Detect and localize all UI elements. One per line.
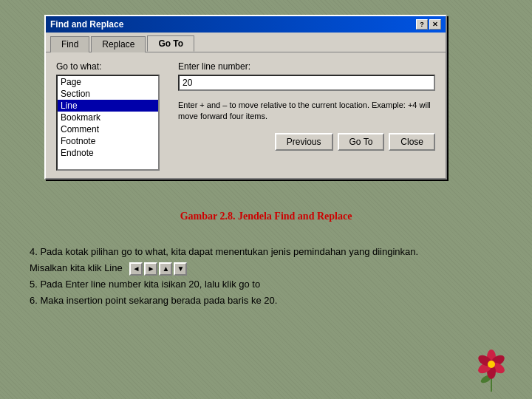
dialog-body: Go to what: Page Section Line Bookmark C… [46, 52, 446, 178]
line-number-input[interactable] [178, 75, 435, 91]
body-line-2: Misalkan kita klik Line ◄ ► ▲ ▼ [30, 260, 502, 276]
list-item-bookmark[interactable]: Bookmark [58, 112, 158, 123]
previous-button[interactable]: Previous [275, 133, 333, 151]
tab-find[interactable]: Find [50, 36, 89, 52]
tab-replace[interactable]: Replace [91, 36, 146, 52]
help-button[interactable]: ? [416, 19, 428, 30]
right-panel: Enter line number: Enter + and – to move… [178, 61, 435, 171]
tab-bar: Find Replace Go To [46, 33, 446, 52]
body-line-3: 5. Pada Enter line number kita isikan 20… [30, 276, 502, 293]
title-bar: Find and Replace ? ✕ [46, 16, 446, 33]
window-close-button[interactable]: ✕ [429, 19, 441, 30]
nav-down-arrow[interactable]: ▼ [174, 262, 187, 276]
left-panel: Go to what: Page Section Line Bookmark C… [56, 61, 163, 171]
figure-caption: Gambar 2.8. Jendela Find and Replace [0, 211, 532, 222]
title-bar-buttons: ? ✕ [416, 19, 441, 30]
goto-list[interactable]: Page Section Line Bookmark Comment Footn… [56, 75, 160, 171]
body-text: 4. Pada kotak pilihan go to what, kita d… [30, 244, 502, 309]
svg-point-8 [488, 361, 495, 368]
nav-left-arrow[interactable]: ◄ [129, 262, 143, 276]
find-replace-dialog: Find and Replace ? ✕ Find Replace Go To … [44, 15, 447, 180]
goto-button[interactable]: Go To [338, 133, 385, 151]
nav-arrows: ◄ ► ▲ ▼ [129, 262, 187, 276]
nav-up-arrow[interactable]: ▲ [159, 262, 172, 276]
tab-goto[interactable]: Go To [147, 35, 194, 52]
flower-decoration [473, 344, 510, 392]
hint-text: Enter + and – to move relative to the cu… [178, 100, 435, 123]
list-item-comment[interactable]: Comment [58, 123, 158, 135]
close-button[interactable]: Close [389, 133, 435, 151]
goto-what-label: Go to what: [56, 61, 163, 72]
flower-svg [473, 344, 510, 392]
list-item-section[interactable]: Section [58, 88, 158, 100]
body-line-1: 4. Pada kotak pilihan go to what, kita d… [30, 244, 502, 260]
list-item-page[interactable]: Page [58, 76, 158, 88]
line-number-label: Enter line number: [178, 61, 435, 72]
dialog-title: Find and Replace [50, 19, 123, 30]
button-row: Previous Go To Close [178, 133, 435, 151]
list-item-endnote[interactable]: Endnote [58, 147, 158, 159]
body-line-4: 6. Maka insertion point sekarang berada … [30, 293, 502, 309]
list-item-footnote[interactable]: Footnote [58, 135, 158, 147]
list-item-line[interactable]: Line [58, 100, 158, 112]
nav-right-arrow[interactable]: ► [144, 262, 157, 276]
